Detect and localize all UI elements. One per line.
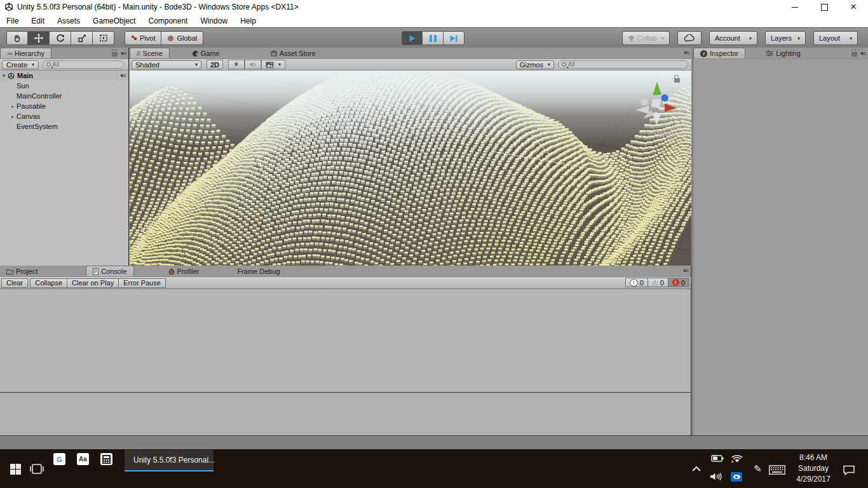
unity-taskbar-button[interactable]: Unity 5.5.0f3 Personal... [125, 450, 214, 471]
cloud-button[interactable] [677, 31, 702, 45]
scene-search-input[interactable] [568, 61, 684, 68]
scene-lighting-toggle[interactable]: ☀ [228, 60, 245, 69]
tab-profiler[interactable]: Profiler [162, 266, 206, 276]
layout-dropdown[interactable]: Layout [813, 31, 858, 45]
menu-component[interactable]: Component [142, 17, 194, 25]
collab-button[interactable]: Collab [622, 31, 670, 45]
profiler-tab-label: Profiler [177, 268, 200, 275]
pause-button[interactable] [423, 31, 444, 45]
info-count-toggle[interactable]: ! 0 [625, 278, 648, 287]
collapse-button[interactable]: Collapse [30, 278, 67, 288]
pane-menu-icon[interactable]: ▾≡ [121, 50, 126, 57]
rotate-tool-button[interactable] [50, 31, 71, 45]
clear-button[interactable]: Clear [1, 278, 28, 288]
hierarchy-search[interactable] [43, 60, 124, 69]
task-view-button[interactable] [29, 463, 44, 475]
scene-orientation-gizmo[interactable]: y z x [628, 72, 685, 129]
tab-lighting[interactable]: Lighting [759, 48, 807, 58]
gizmos-dropdown[interactable]: Gizmos [516, 60, 554, 69]
hierarchy-item-pausable[interactable]: ▸ Pausable [0, 101, 128, 111]
pivot-toggle-button[interactable]: Pivot [125, 31, 161, 45]
dictionary-taskbar-icon[interactable]: Aa [77, 453, 89, 465]
search-icon [46, 62, 51, 67]
error-pause-button[interactable]: Error Pause [118, 278, 166, 288]
scene-effects-dropdown[interactable] [261, 60, 285, 69]
chevron-right-icon[interactable]: ▸ [9, 104, 17, 109]
move-tool-button[interactable] [28, 31, 50, 45]
projection-mode-label[interactable]: Persp [648, 129, 674, 139]
clear-on-play-button[interactable]: Clear on Play [67, 278, 119, 288]
chrome-taskbar-icon[interactable]: G [53, 453, 65, 465]
step-button[interactable] [444, 31, 465, 45]
touch-keyboard-icon[interactable] [769, 465, 785, 475]
warning-count-toggle[interactable]: ⚠ 0 [648, 278, 668, 287]
scene-viewport[interactable]: y z x Persp [130, 71, 691, 267]
shading-mode-dropdown[interactable]: Shaded [132, 60, 201, 69]
tab-inspector[interactable]: i Inspector [693, 48, 745, 58]
scene-menu-icon[interactable]: ▾≡ [120, 72, 125, 79]
hierarchy-item-eventsystem[interactable]: EventSystem [0, 121, 128, 132]
tab-asset-store[interactable]: Asset Store [264, 48, 322, 58]
wifi-warning-icon[interactable]: ! [731, 454, 743, 463]
tab-scene[interactable]: # Scene [130, 48, 170, 58]
scale-tool-button[interactable] [71, 31, 93, 45]
console-log-list[interactable] [0, 289, 691, 393]
error-count-toggle[interactable]: ! 0 [668, 278, 689, 287]
menu-gameobject[interactable]: GameObject [86, 17, 142, 25]
menu-window[interactable]: Window [194, 17, 234, 25]
console-detail-pane[interactable] [0, 393, 691, 437]
action-center-icon[interactable] [843, 465, 855, 475]
lock-icon[interactable] [112, 52, 118, 57]
pane-menu-icon[interactable]: ▾≡ [684, 50, 689, 56]
pane-menu-icon[interactable]: ▾≡ [860, 50, 865, 57]
item-label: Pausable [17, 102, 46, 110]
start-button[interactable] [10, 464, 21, 475]
gizmo-z-label[interactable]: z [670, 91, 673, 98]
scene-grid-icon: # [137, 50, 140, 57]
calculator-taskbar-icon[interactable] [100, 453, 112, 465]
close-icon[interactable]: × [839, 0, 868, 14]
maximize-icon[interactable] [810, 0, 839, 14]
chevron-down-icon[interactable]: ▼ [0, 73, 8, 79]
menu-file[interactable]: File [0, 17, 25, 25]
pen-tray-icon[interactable]: ✎ [754, 463, 762, 475]
gizmo-y-label[interactable]: y [655, 73, 659, 80]
hierarchy-item-canvas[interactable]: ▸ Canvas [0, 111, 128, 121]
scene-audio-toggle[interactable] [245, 60, 261, 69]
error-icon: ! [672, 279, 679, 286]
battery-icon[interactable] [710, 454, 724, 462]
rect-tool-button[interactable] [93, 31, 114, 45]
account-dropdown[interactable]: Account [709, 31, 757, 45]
scene-search[interactable] [558, 60, 688, 69]
chevron-right-icon[interactable]: ▸ [9, 114, 17, 119]
global-toggle-button[interactable]: Global [161, 31, 203, 45]
tab-project[interactable]: Project [0, 266, 44, 276]
tab-game[interactable]: Game [186, 48, 226, 58]
scene-name: Main [17, 72, 33, 79]
taskbar-clock[interactable]: 8:46 AM Saturday 4/29/2017 [790, 452, 836, 485]
menu-edit[interactable]: Edit [25, 17, 51, 25]
eye-tray-icon[interactable] [731, 472, 742, 482]
hierarchy-item-sun[interactable]: Sun [0, 81, 128, 91]
pane-menu-icon[interactable]: ▾≡ [683, 268, 688, 274]
play-button[interactable] [402, 31, 423, 45]
2d-toggle-button[interactable]: 2D [207, 60, 223, 69]
error-count: 0 [681, 279, 685, 287]
minimize-icon[interactable] [780, 0, 810, 14]
lock-icon[interactable] [851, 52, 857, 57]
tab-hierarchy[interactable]: ≔ Hierarchy [0, 48, 51, 58]
layers-dropdown[interactable]: Layers [765, 31, 806, 45]
tray-overflow-chevron-icon[interactable] [691, 466, 702, 472]
menu-help[interactable]: Help [234, 17, 262, 25]
hierarchy-item-maincontroller[interactable]: MainController [0, 91, 128, 101]
hand-tool-button[interactable] [6, 31, 28, 45]
create-button[interactable]: Create [2, 60, 39, 69]
tab-console[interactable]: Console [86, 266, 133, 276]
scene-3d-render[interactable] [130, 71, 691, 267]
volume-icon[interactable] [710, 472, 722, 481]
menu-assets[interactable]: Assets [51, 17, 86, 25]
tab-frame-debug[interactable]: Frame Debug [231, 266, 286, 276]
scene-row-main[interactable]: ▼ Main ▾≡ [0, 71, 128, 81]
hierarchy-search-input[interactable] [52, 61, 119, 68]
gizmo-x-label[interactable]: x [679, 105, 683, 112]
